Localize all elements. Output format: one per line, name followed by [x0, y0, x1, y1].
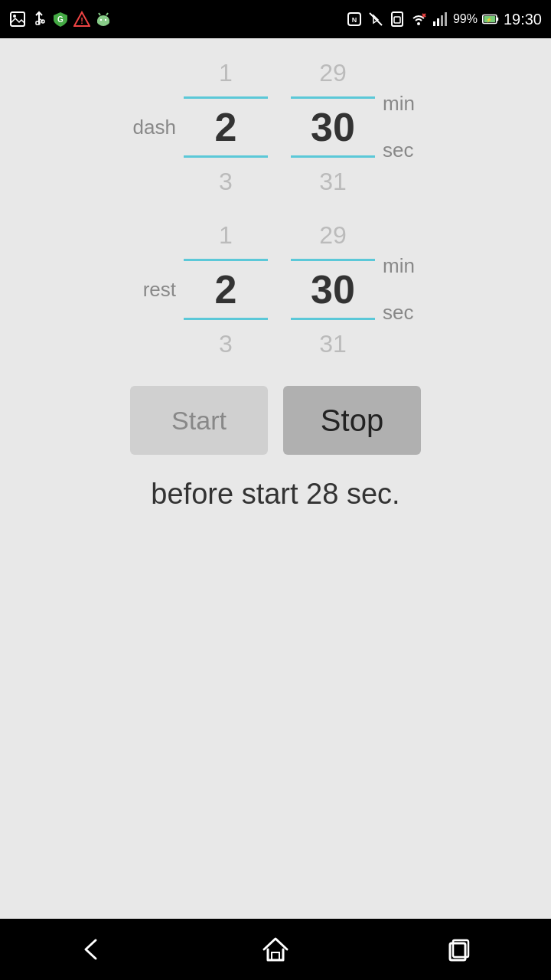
- dash-label: dash: [115, 116, 184, 139]
- rest-sec-above-col[interactable]: 29: [291, 216, 375, 254]
- rest-selected-group: 2 30: [184, 259, 375, 320]
- signal-icon: [432, 11, 448, 28]
- dash-min-below-col[interactable]: 3: [184, 162, 268, 201]
- dash-sec-selected: 30: [311, 100, 355, 154]
- svg-rect-9: [97, 18, 109, 24]
- dash-below-group: 3 31: [184, 162, 375, 201]
- rest-sec-below-col[interactable]: 31: [291, 325, 375, 363]
- dash-above-group: 1 29: [184, 54, 375, 92]
- dash-selected-group: 2 30: [184, 96, 375, 158]
- rest-min-selected: 2: [215, 263, 237, 316]
- svg-rect-17: [392, 12, 403, 26]
- dash-picker-row: 1 29: [0, 54, 551, 92]
- dash-selected-row: dash 2 30 min sec: [0, 92, 551, 162]
- svg-point-10: [100, 19, 102, 21]
- buttons-row: Start Stop: [130, 386, 421, 455]
- main-content: 1 29 dash 2 30: [0, 38, 551, 919]
- battery-icon: ⚡: [482, 11, 499, 28]
- dash-min-below[interactable]: 3: [219, 162, 233, 201]
- rest-min-above-col[interactable]: 1: [184, 216, 268, 254]
- dash-min-divider-top: [184, 96, 268, 99]
- rest-below-row: 3 31: [0, 325, 551, 363]
- usb-icon: [31, 11, 47, 28]
- rest-min-selected-col: 2: [184, 259, 268, 320]
- svg-rect-3: [36, 21, 40, 24]
- svg-rect-24: [441, 15, 443, 26]
- dash-min-unit: min: [383, 92, 415, 116]
- rest-sec-divider-top: [291, 259, 375, 261]
- status-icons-right: N: [346, 11, 542, 28]
- rest-sec-below[interactable]: 31: [319, 325, 347, 363]
- svg-line-16: [370, 13, 382, 25]
- nfc-icon: N: [346, 11, 363, 28]
- rest-min-below[interactable]: 3: [219, 325, 233, 363]
- recents-button[interactable]: [440, 930, 478, 969]
- rest-sec-selected: 30: [311, 263, 355, 316]
- rest-above-row: 1 29: [0, 216, 551, 254]
- svg-text:⚡: ⚡: [486, 17, 492, 23]
- dash-sec-below[interactable]: 31: [319, 162, 347, 201]
- svg-rect-25: [445, 12, 447, 26]
- dash-sec-selected-col: 30: [291, 96, 375, 158]
- dash-sec-below-col[interactable]: 31: [291, 162, 375, 201]
- dash-pickers: 1 29 dash 2 30: [0, 54, 551, 201]
- rest-sec-selected-col: 30: [291, 259, 375, 320]
- dash-sec-unit: sec: [383, 139, 413, 162]
- dash-min-divider-bottom: [184, 155, 268, 158]
- warning-icon: !: [73, 11, 90, 28]
- svg-line-13: [106, 13, 108, 15]
- dash-min-selected: 2: [215, 100, 237, 154]
- rest-min-above[interactable]: 1: [219, 216, 233, 254]
- dash-min-spinner[interactable]: 1: [184, 54, 268, 92]
- svg-text:G: G: [57, 15, 64, 24]
- start-button[interactable]: Start: [130, 386, 268, 455]
- mute-icon: [367, 11, 384, 28]
- svg-text:N: N: [352, 16, 357, 24]
- countdown-status: before start 28 sec.: [151, 478, 399, 511]
- rest-min-unit: min: [383, 254, 415, 278]
- dash-sec-above[interactable]: 29: [319, 54, 347, 92]
- shield-icon: G: [52, 11, 69, 28]
- home-button[interactable]: [256, 930, 295, 969]
- rest-below-group: 3 31: [184, 325, 375, 363]
- dash-sec-divider-bottom: [291, 155, 375, 158]
- sim-icon: [389, 11, 406, 28]
- rest-min-divider-top: [184, 259, 268, 261]
- svg-rect-0: [11, 12, 24, 26]
- dash-sec-divider-top: [291, 96, 375, 99]
- wifi-icon: [410, 11, 427, 28]
- rest-label: rest: [115, 278, 184, 302]
- image-icon: [9, 11, 26, 28]
- dash-min-above[interactable]: 1: [219, 54, 233, 92]
- svg-text:!: !: [80, 16, 83, 25]
- nav-bar: [0, 919, 551, 980]
- svg-line-12: [99, 13, 100, 15]
- svg-rect-18: [394, 17, 400, 23]
- battery-percent: 99%: [453, 12, 478, 26]
- stop-button[interactable]: Stop: [283, 386, 421, 455]
- svg-rect-22: [433, 21, 435, 26]
- rest-sec-above[interactable]: 29: [319, 216, 347, 254]
- status-bar: G ! N: [0, 0, 551, 38]
- svg-rect-28: [497, 18, 498, 21]
- rest-sec-divider-bottom: [291, 318, 375, 320]
- rest-selected-row: rest 2 30 min sec: [0, 254, 551, 325]
- svg-rect-23: [437, 18, 439, 26]
- back-button[interactable]: [73, 930, 111, 969]
- dash-min-selected-col: 2: [184, 96, 268, 158]
- rest-pickers: 1 29 rest 2 30: [0, 216, 551, 363]
- dash-sec-spinner-top[interactable]: 29: [291, 54, 375, 92]
- status-time: 19:30: [504, 11, 542, 28]
- rest-min-below-col[interactable]: 3: [184, 325, 268, 363]
- dash-below-row: 3 31: [0, 162, 551, 201]
- android-icon: [95, 11, 112, 28]
- rest-min-divider-bottom: [184, 318, 268, 320]
- svg-point-19: [417, 22, 420, 25]
- rest-sec-unit: sec: [383, 301, 413, 325]
- svg-point-11: [105, 19, 106, 21]
- svg-point-1: [13, 15, 16, 18]
- status-icons-left: G !: [9, 11, 112, 28]
- rest-above-group: 1 29: [184, 216, 375, 254]
